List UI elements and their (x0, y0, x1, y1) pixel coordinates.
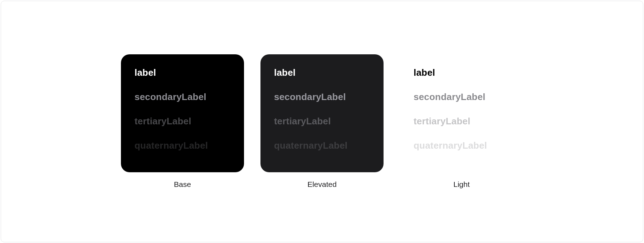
label-primary: label (414, 68, 509, 77)
label-tertiary: tertiaryLabel (414, 116, 509, 126)
variant-light: label secondaryLabel tertiaryLabel quate… (400, 54, 523, 189)
label-secondary: secondaryLabel (135, 92, 230, 101)
caption-light: Light (453, 180, 470, 189)
label-quaternary: quaternaryLabel (274, 141, 370, 150)
label-primary: label (274, 68, 370, 77)
label-quaternary: quaternaryLabel (414, 141, 509, 150)
card-light: label secondaryLabel tertiaryLabel quate… (400, 54, 523, 172)
label-secondary: secondaryLabel (414, 92, 509, 101)
card-base: label secondaryLabel tertiaryLabel quate… (121, 54, 244, 172)
caption-elevated: Elevated (307, 180, 337, 189)
label-primary: label (135, 68, 230, 77)
label-secondary: secondaryLabel (274, 92, 370, 101)
swatch-row: label secondaryLabel tertiaryLabel quate… (121, 54, 523, 189)
label-tertiary: tertiaryLabel (274, 116, 370, 126)
label-tertiary: tertiaryLabel (135, 116, 230, 126)
variant-elevated: label secondaryLabel tertiaryLabel quate… (260, 54, 384, 189)
caption-base: Base (174, 180, 191, 189)
swatch-frame: label secondaryLabel tertiaryLabel quate… (1, 1, 643, 242)
card-elevated: label secondaryLabel tertiaryLabel quate… (260, 54, 384, 172)
label-quaternary: quaternaryLabel (135, 141, 230, 150)
variant-base: label secondaryLabel tertiaryLabel quate… (121, 54, 244, 189)
